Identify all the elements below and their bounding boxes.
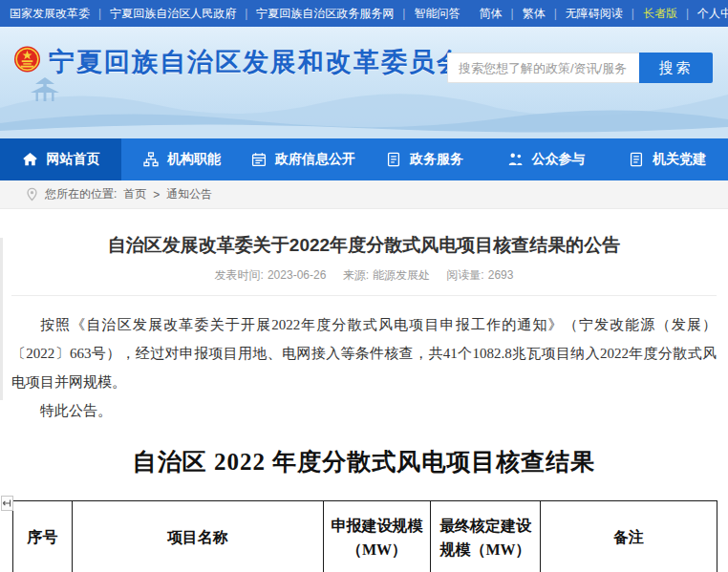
header-cell-approved-capacity: 最终核定建设规模（MW） xyxy=(431,501,541,572)
nav-item-label: 机关党建 xyxy=(653,151,706,168)
site-header: 宁夏回族自治区发展和改革委员会 搜索 xyxy=(0,27,728,138)
topbar-link-personal-center[interactable]: 个人中心 xyxy=(677,6,728,22)
topbar-link-regional-gov[interactable]: 宁夏回族自治区人民政府 xyxy=(90,6,236,22)
nav-item-label: 机构职能 xyxy=(167,151,221,168)
article-body: 按照《自治区发展改革委关于开展2022年度分散式风电项目申报工作的通知》（宁发改… xyxy=(11,310,717,425)
breadcrumb: 您所在的位置: 首页 > 通知公告 xyxy=(0,180,728,209)
topbar-link-smart-qa[interactable]: 智能问答 xyxy=(394,6,460,22)
embedded-document: 自治区 2022 年度分散式风电项目核查结果 序号 项目名称 申报建设规模（MW… xyxy=(0,446,728,572)
topbar-link-ndrc[interactable]: 国家发展改革委 xyxy=(10,6,90,22)
nav-item-label: 政务服务 xyxy=(410,151,463,168)
breadcrumb-home[interactable]: 首页 xyxy=(123,186,146,202)
org-structure-icon xyxy=(143,152,159,167)
topbar-link-elder-version[interactable]: 长者版 xyxy=(623,6,677,22)
nav-item-info-disclosure[interactable]: 政府信息公开 xyxy=(243,138,364,180)
pavilion-artwork xyxy=(29,77,61,102)
national-emblem-icon xyxy=(13,45,41,74)
topbar-link-accessibility[interactable]: 无障碍阅读 xyxy=(546,6,623,22)
article: 自治区发展改革委关于2022年度分散式风电项目核查结果的公告 发表时间:2023… xyxy=(0,235,728,425)
location-pin-icon xyxy=(26,187,38,201)
meta-divider xyxy=(11,295,717,296)
article-meta: 发表时间:2023-06-26 来源:能源发展处 阅读量:2693 xyxy=(0,267,728,284)
publish-time-label: 发表时间: xyxy=(215,268,264,282)
nav-item-home[interactable]: 网站首页 xyxy=(0,138,121,180)
article-title: 自治区发展改革委关于2022年度分散式风电项目核查结果的公告 xyxy=(0,235,728,256)
page-edge-strip xyxy=(0,238,3,400)
topbar-left-links: 国家发展改革委 宁夏回族自治区人民政府 宁夏回族自治区政务服务网 智能问答 xyxy=(10,6,460,22)
nav-item-label: 公众参与 xyxy=(532,151,586,168)
nav-item-gov-services[interactable]: 政务服务 xyxy=(364,138,485,180)
breadcrumb-prefix: 您所在的位置: xyxy=(45,186,117,202)
site-title: 宁夏回族自治区发展和改革委员会 xyxy=(49,45,464,79)
nav-item-label: 政府信息公开 xyxy=(275,151,355,168)
search-input[interactable] xyxy=(447,53,639,83)
header-cell-index: 序号 xyxy=(13,501,73,572)
breadcrumb-current[interactable]: 通知公告 xyxy=(166,186,212,202)
search-button[interactable]: 搜索 xyxy=(639,53,713,83)
source-label: 来源: xyxy=(343,268,369,282)
table-title: 自治区 2022 年度分散式风电项目核查结果 xyxy=(0,446,728,478)
header-cell-remarks: 备注 xyxy=(541,501,717,572)
header-cell-project-name: 项目名称 xyxy=(73,501,324,572)
nav-item-public-participation[interactable]: 公众参与 xyxy=(485,138,607,180)
article-paragraph: 按照《自治区发展改革委关于开展2022年度分散式风电项目申报工作的通知》（宁发改… xyxy=(11,310,717,396)
topbar-link-traditional[interactable]: 繁体 xyxy=(503,6,546,22)
nav-item-label: 网站首页 xyxy=(47,151,100,168)
breadcrumb-separator: > xyxy=(153,188,160,201)
topbar: 国家发展改革委 宁夏回族自治区人民政府 宁夏回族自治区政务服务网 智能问答 简体… xyxy=(0,0,728,27)
page: 国家发展改革委 宁夏回族自治区人民政府 宁夏回族自治区政务服务网 智能问答 简体… xyxy=(0,0,728,572)
table-header-row: 序号 项目名称 申报建设规模（MW） 最终核定建设规模（MW） 备注 xyxy=(13,501,717,572)
topbar-right-links: 简体 繁体 无障碍阅读 长者版 个人中心 xyxy=(480,6,728,22)
party-building-icon xyxy=(629,152,644,167)
publish-time-value: 2023-06-26 xyxy=(268,268,326,282)
info-disclosure-icon xyxy=(251,152,267,167)
main-nav: 网站首页 机构职能 政府信息公开 xyxy=(0,138,728,180)
table-move-handle-icon[interactable] xyxy=(1,496,13,511)
article-paragraph: 特此公告。 xyxy=(11,396,717,425)
participation-icon xyxy=(507,152,524,167)
topbar-link-simplified[interactable]: 简体 xyxy=(480,6,503,22)
nav-item-party-building[interactable]: 机关党建 xyxy=(607,138,728,180)
nav-item-org-functions[interactable]: 机构职能 xyxy=(121,138,243,180)
topbar-link-gov-service-net[interactable]: 宁夏回族自治区政务服务网 xyxy=(236,6,394,22)
results-table: 序号 项目名称 申报建设规模（MW） 最终核定建设规模（MW） 备注 纳入 20… xyxy=(12,500,717,572)
header-cell-declared-capacity: 申报建设规模（MW） xyxy=(324,501,431,572)
views-value: 2693 xyxy=(488,268,514,282)
home-icon xyxy=(22,152,38,167)
views-label: 阅读量: xyxy=(446,268,483,282)
gov-service-icon xyxy=(386,152,401,167)
source-value: 能源发展处 xyxy=(373,268,430,282)
search-bar: 搜索 xyxy=(447,53,713,83)
